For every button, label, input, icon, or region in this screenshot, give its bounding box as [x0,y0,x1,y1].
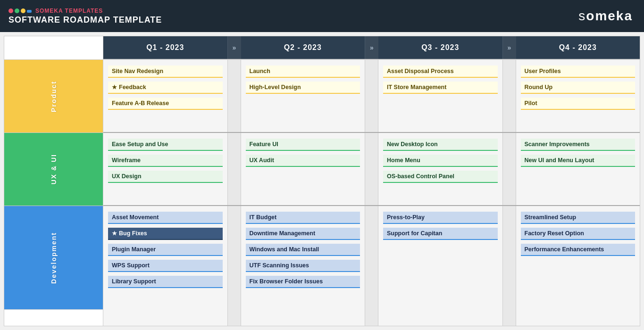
dot-blue [27,10,32,13]
q3-header: Q3 - 2023 [378,36,503,59]
task-item[interactable]: Press-to-Play [383,212,498,224]
ux-section-row: Ease Setup and UseWireframeUX Design Fea… [103,133,640,206]
product-q3-q4-div [503,60,516,132]
ux-label: UX & UI [50,154,58,184]
logo-dots [8,8,32,13]
q1-header: Q1 - 2023 [103,36,228,59]
product-label-cell: Product [4,60,103,133]
task-item[interactable]: Wireframe [108,155,223,167]
q2-header: Q2 - 2023 [241,36,366,59]
task-item[interactable]: Performance Enhancements [521,244,636,256]
task-item[interactable]: Factory Reset Option [521,228,636,240]
dev-q3-q4-div [503,206,516,326]
task-item[interactable]: Scanner Improvements [521,139,636,151]
q4-header: Q4 - 2023 [516,36,640,59]
task-item[interactable]: UX Design [108,171,223,183]
dev-q1-q2-div [228,206,241,326]
task-item[interactable]: WPS Support [108,260,223,272]
task-item[interactable]: Pilot [521,98,636,110]
task-item[interactable]: IT Store Management [383,82,498,94]
dev-label: Development [50,232,58,284]
task-item[interactable]: Library Support [108,276,223,288]
q1-label: Q1 - 2023 [146,43,184,52]
q2-q3-divider: » [365,36,378,59]
product-q4-cell: User ProfilesRound UpPilot [516,60,640,132]
dev-q4-cell: Streamlined SetupFactory Reset OptionPer… [516,206,640,326]
dev-q3-cell: Press-to-PlaySupport for Capitan [378,206,503,326]
logo-area: SOMEKA TEMPLATES SOFTWARE ROADMAP TEMPLA… [8,8,162,25]
ux-q3-cell: New Desktop IconHome MenuOS-based Contro… [378,133,503,205]
task-item[interactable]: ★ Feedback [108,82,223,94]
task-item[interactable]: OS-based Control Panel [383,171,498,183]
task-item[interactable]: Plugin Manager [108,244,223,256]
task-item[interactable]: User Profiles [521,66,636,78]
task-item[interactable]: IT Budget [246,212,360,224]
task-item[interactable]: Streamlined Setup [521,212,636,224]
main-content: Product UX & UI Development Q1 - 2023 » … [4,36,640,326]
task-item[interactable]: Feature UI [246,139,360,151]
task-item[interactable]: Ease Setup and Use [108,139,223,151]
dev-section-row: Asset Movement★ Bug FixesPlugin ManagerW… [103,206,640,326]
roadmap-table: Product UX & UI Development Q1 - 2023 » … [4,36,640,326]
dot-yellow [21,8,25,13]
task-item[interactable]: New Desktop Icon [383,139,498,151]
task-item[interactable]: Support for Capitan [383,228,498,240]
task-item[interactable]: Launch [246,66,360,78]
task-item[interactable]: ★ Bug Fixes [108,228,223,240]
task-item[interactable]: High-Level Design [246,82,360,94]
task-item[interactable]: UX Audit [246,155,360,167]
task-item[interactable]: Downtime Management [246,228,360,240]
dev-label-cell: Development [4,206,103,310]
q4-label: Q4 - 2023 [559,43,597,52]
product-q2-q3-div [365,60,378,132]
q2-label: Q2 - 2023 [284,43,322,52]
row-labels-column: Product UX & UI Development [4,36,103,326]
q3-q4-divider: » [503,36,516,59]
ux-q1-cell: Ease Setup and UseWireframeUX Design [103,133,228,205]
q1-q2-divider: » [228,36,241,59]
ux-q1-q2-div [228,133,241,205]
product-q2-cell: LaunchHigh-Level Design [241,60,366,132]
quarters-area: Q1 - 2023 » Q2 - 2023 » Q3 - 2023 » [103,36,640,326]
dev-q1-cell: Asset Movement★ Bug FixesPlugin ManagerW… [103,206,228,326]
task-item[interactable]: Site Nav Redesign [108,66,223,78]
task-item[interactable]: Windows and Mac Install [246,244,360,256]
dot-green [15,8,19,13]
row-labels-header [4,36,103,60]
ux-q2-cell: Feature UIUX Audit [241,133,366,205]
star-icon: ★ [112,84,117,91]
app-header: SOMEKA TEMPLATES SOFTWARE ROADMAP TEMPLA… [0,0,644,32]
product-q1-cell: Site Nav Redesign★ FeedbackFeature A-B R… [103,60,228,132]
ux-q2-q3-div [365,133,378,205]
task-item[interactable]: UTF Scanning Issues [246,260,360,272]
task-item[interactable]: New UI and Menu Layout [521,155,636,167]
ux-label-cell: UX & UI [4,133,103,206]
q3-label: Q3 - 2023 [421,43,459,52]
ux-q3-q4-div [503,133,516,205]
task-item[interactable]: Home Menu [383,155,498,167]
product-label: Product [50,81,58,112]
product-q3-cell: Asset Disposal ProcessIT Store Managemen… [378,60,503,132]
brand-area: SOMEKA TEMPLATES [8,8,162,14]
rows-content: Site Nav Redesign★ FeedbackFeature A-B R… [103,60,640,326]
task-item[interactable]: Feature A-B Release [108,98,223,110]
task-item[interactable]: Asset Movement [108,212,223,224]
task-item[interactable]: Fix Browser Folder Issues [246,276,360,288]
app-title: SOFTWARE ROADMAP TEMPLATE [8,15,162,25]
star-icon: ★ [112,230,117,237]
dev-q2-cell: IT BudgetDowntime ManagementWindows and … [241,206,366,326]
product-q1-q2-div [228,60,241,132]
someka-logo: someka [578,8,633,24]
ux-q4-cell: Scanner ImprovementsNew UI and Menu Layo… [516,133,640,205]
product-section-row: Site Nav Redesign★ FeedbackFeature A-B R… [103,60,640,133]
brand-name: SOMEKA TEMPLATES [35,8,103,14]
quarter-headers: Q1 - 2023 » Q2 - 2023 » Q3 - 2023 » [103,36,640,60]
dot-red [8,8,13,13]
dev-q2-q3-div [365,206,378,326]
task-item[interactable]: Round Up [521,82,636,94]
task-item[interactable]: Asset Disposal Process [383,66,498,78]
